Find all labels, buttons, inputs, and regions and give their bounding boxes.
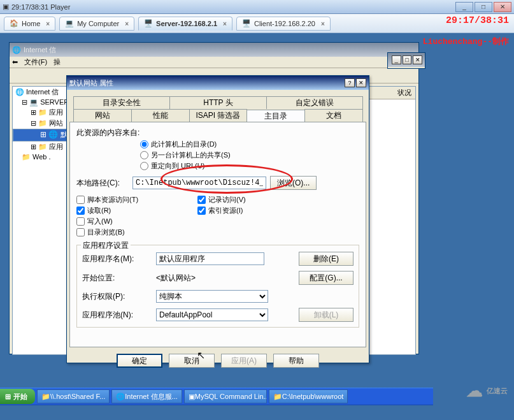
taskbar-item[interactable]: ▣ MySQL Command Lin... (184, 389, 267, 403)
close-icon[interactable]: × (321, 20, 325, 27)
checkbox-input[interactable] (76, 228, 85, 236)
home-icon: 🏠 (10, 19, 18, 28)
chk-dir-browse[interactable]: 目录浏览(B) (76, 228, 197, 237)
menu-file[interactable]: 文件(F) (24, 57, 47, 67)
local-path-label: 本地路径(C): (76, 178, 129, 189)
iis-icon: 🌐 (12, 46, 21, 54)
toolbar-button[interactable]: ⬅ (12, 58, 18, 66)
checkbox-input[interactable] (197, 206, 206, 215)
chk-script-access[interactable]: 脚本资源访问(T) (76, 195, 197, 205)
overlay-author: Liuchenchang--制作 (423, 36, 509, 47)
minimize-button[interactable]: _ (455, 2, 473, 12)
computer-icon: 💻 (65, 19, 74, 28)
player-tabbar: 🏠 Home × 💻 My Computer × 🖥️ Server-192.1… (0, 14, 514, 33)
checkbox-input[interactable] (197, 196, 206, 204)
cancel-button[interactable]: 取消 (169, 354, 215, 368)
overlay-timecode: 29:17/38:31 (446, 15, 509, 26)
start-button[interactable]: ⊞开始 (0, 389, 35, 404)
help-button[interactable]: 帮助 (273, 354, 319, 368)
close-icon[interactable]: × (46, 20, 50, 27)
tab-server[interactable]: 🖥️ Server-192.168.2.1 × (138, 17, 232, 31)
pool-select[interactable]: DefaultAppPool (156, 308, 268, 321)
config-button[interactable]: 配置(G)... (299, 271, 353, 285)
iis-menubar: ⬅ 文件(F) 操 (10, 57, 418, 68)
windows-icon: ⊞ (5, 393, 11, 401)
close-icon[interactable]: × (125, 20, 129, 27)
chk-read[interactable]: 读取(R) (76, 206, 197, 215)
radio-input[interactable] (140, 151, 148, 159)
source-label: 此资源的内容来自: (76, 127, 359, 138)
tab-label: Client-192.168.2.20 (254, 20, 315, 27)
close-button[interactable]: ✕ (494, 2, 511, 12)
tab-documents[interactable]: 文档 (304, 109, 363, 122)
ok-button[interactable]: 确定 (117, 354, 162, 368)
vm-title-text: 29:17/38:31 Player (11, 3, 70, 11)
tab-mycomputer[interactable]: 💻 My Computer × (59, 17, 134, 31)
remove-button[interactable]: 删除(E) (299, 252, 353, 266)
tab-strip: 目录安全性 HTTP 头 自定义错误 网站 性能 ISAPI 筛选器 主目录 文… (69, 92, 366, 122)
exec-select[interactable]: 纯脚本 (156, 290, 268, 303)
maximize-button[interactable]: □ (475, 2, 492, 12)
dialog-titlebar[interactable]: 默认网站 属性 ? ✕ (67, 76, 369, 90)
browse-button[interactable]: 浏览(O)... (270, 176, 317, 190)
client-icon: 🖥️ (242, 19, 251, 28)
tab-label: My Computer (77, 20, 119, 27)
start-value: <默认网站> (156, 273, 264, 284)
radio-input[interactable] (140, 162, 148, 170)
maximize-button[interactable]: □ (403, 55, 412, 64)
menu-op[interactable]: 操 (54, 57, 61, 67)
iis-titlebar[interactable]: 🌐 Internet 信 (10, 43, 418, 57)
tab-custom-errors[interactable]: 自定义错误 (266, 96, 363, 109)
tab-home-directory[interactable]: 主目录 (246, 110, 305, 122)
radio-redirect[interactable]: 重定向到 URL(U) (140, 161, 359, 171)
guest-desktop: _ □ ✕ 🌐 Internet 信 ⬅ 文件(F) 操 🌐 Internet … (0, 33, 433, 405)
minimize-button[interactable]: _ (392, 55, 401, 64)
chk-index[interactable]: 索引资源(I) (197, 206, 246, 215)
checkbox-input[interactable] (76, 217, 85, 226)
appname-label: 应用程序名(M): (82, 254, 152, 264)
checkbox-input[interactable] (76, 206, 85, 215)
vm-icon: ▣ (3, 3, 9, 11)
taskbar-item[interactable]: 📁 C:\Inetpub\wwwroot (269, 389, 348, 403)
group-title: 应用程序设置 (81, 240, 131, 251)
chk-write[interactable]: 写入(W) (76, 217, 197, 226)
cloud-icon: ☁ (466, 381, 483, 401)
taskbar-item[interactable]: 🌐 Internet 信息服... (111, 389, 182, 403)
local-path-input[interactable] (132, 177, 266, 189)
dialog-title-text: 默认网站 属性 (69, 78, 113, 88)
iis-title-text: Internet 信 (24, 45, 56, 55)
tab-security[interactable]: 目录安全性 (73, 96, 170, 109)
tab-body: 此资源的内容来自: 此计算机上的目录(D) 另一台计算机上的共享(S) 重定向到… (69, 122, 366, 347)
tab-website[interactable]: 网站 (73, 109, 132, 122)
close-button[interactable]: ✕ (413, 55, 422, 64)
mini-window-titlebar: _ □ ✕ (388, 53, 425, 67)
dialog-buttons: 确定 取消 应用(A) 帮助 (67, 350, 369, 372)
close-button[interactable]: ✕ (356, 78, 366, 87)
close-icon[interactable]: × (223, 20, 227, 27)
tab-label: Server-192.168.2.1 (156, 20, 217, 27)
watermark: ☁ 亿速云 (466, 381, 508, 401)
server-icon: 🖥️ (144, 19, 153, 28)
tab-client[interactable]: 🖥️ Client-192.168.2.20 × (236, 17, 331, 31)
vm-window-controls: _ □ ✕ (455, 2, 511, 12)
chk-log-visits[interactable]: 记录访问(V) (197, 195, 246, 205)
cursor-icon: ↖ (197, 349, 205, 361)
vm-player-titlebar: ▣ 29:17/38:31 Player _ □ ✕ (0, 0, 514, 14)
help-button[interactable]: ? (345, 78, 355, 87)
mini-window: _ □ ✕ (387, 52, 425, 69)
start-label: 开始位置: (82, 273, 152, 284)
taskbar-item[interactable]: 📁 \\.host\Shared F... (37, 389, 110, 403)
tab-isapi[interactable]: ISAPI 筛选器 (189, 109, 248, 122)
checkbox-input[interactable] (76, 196, 85, 204)
tab-label: Home (22, 20, 40, 27)
radio-input[interactable] (140, 140, 148, 148)
tab-performance[interactable]: 性能 (131, 109, 190, 122)
guest-taskbar: ⊞开始 📁 \\.host\Shared F... 🌐 Internet 信息服… (0, 387, 433, 405)
apply-button: 应用(A) (221, 354, 267, 368)
unload-button: 卸载(L) (299, 308, 353, 322)
tab-http-headers[interactable]: HTTP 头 (169, 96, 266, 109)
appname-input[interactable] (156, 252, 264, 265)
tab-home[interactable]: 🏠 Home × (4, 17, 55, 31)
radio-local-dir[interactable]: 此计算机上的目录(D) (140, 140, 359, 149)
radio-share[interactable]: 另一台计算机上的共享(S) (140, 150, 359, 160)
